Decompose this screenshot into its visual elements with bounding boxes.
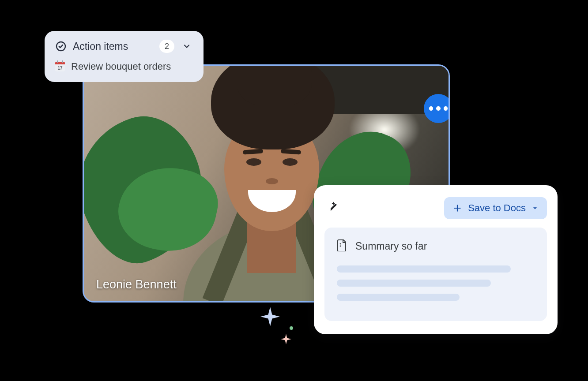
svg-point-2 xyxy=(340,243,341,245)
checklist-icon xyxy=(55,41,67,52)
action-item-text: Review bouquet orders xyxy=(71,61,171,72)
summary-placeholder-lines xyxy=(337,265,535,301)
magic-wand-icon xyxy=(324,201,344,216)
action-items-count-badge: 2 xyxy=(159,40,174,53)
svg-point-3 xyxy=(340,246,341,247)
summary-body: Summary so far xyxy=(324,228,547,321)
sparkle-icon xyxy=(280,333,292,345)
placeholder-line xyxy=(337,294,460,301)
action-items-card: Action items 2 17 Review bouquet orders xyxy=(45,31,204,82)
dots-icon xyxy=(429,106,433,111)
sparkle-dot xyxy=(290,326,293,330)
more-options-button[interactable] xyxy=(424,94,450,123)
summary-card: Save to Docs Summary so far xyxy=(314,185,558,334)
document-icon xyxy=(337,239,347,253)
svg-rect-1 xyxy=(331,203,337,212)
summary-title: Summary so far xyxy=(355,240,427,252)
calendar-icon: 17 xyxy=(55,62,65,71)
action-item[interactable]: 17 Review bouquet orders xyxy=(55,61,193,72)
placeholder-line xyxy=(337,280,491,287)
save-to-docs-button[interactable]: Save to Docs xyxy=(444,197,547,219)
sparkle-icon xyxy=(260,306,281,327)
chevron-down-icon[interactable] xyxy=(181,42,193,51)
plus-icon xyxy=(453,204,462,213)
participant-name: Leonie Bennett xyxy=(96,278,177,291)
action-items-title: Action items xyxy=(73,41,153,52)
action-items-header[interactable]: Action items 2 xyxy=(55,40,193,53)
save-to-docs-label: Save to Docs xyxy=(468,202,526,214)
placeholder-line xyxy=(337,265,511,273)
dropdown-caret-icon xyxy=(532,202,538,214)
